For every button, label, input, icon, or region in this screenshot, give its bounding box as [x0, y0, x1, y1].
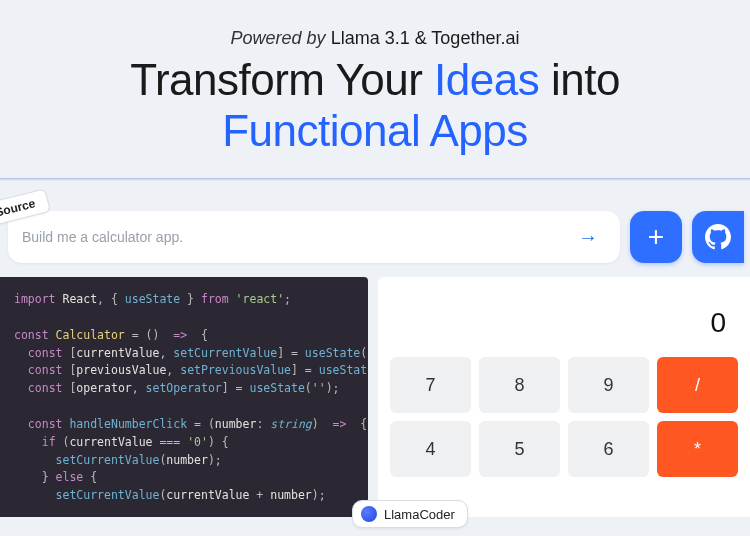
calc-key-*[interactable]: *: [657, 421, 738, 477]
prompt-input-wrap: →: [8, 211, 620, 263]
calc-key-9[interactable]: 9: [568, 357, 649, 413]
headline-accent-2: Functional Apps: [222, 106, 528, 155]
workspace: import React, { useState } from 'react';…: [0, 277, 750, 517]
calc-key-7[interactable]: 7: [390, 357, 471, 413]
llamacoder-label: LlamaCoder: [384, 507, 455, 522]
llamacoder-logo-icon: [361, 506, 377, 522]
github-button[interactable]: [692, 211, 744, 263]
submit-arrow-icon[interactable]: →: [570, 222, 606, 253]
calc-key-6[interactable]: 6: [568, 421, 649, 477]
powered-prefix: Powered by: [231, 28, 326, 48]
calculator-preview: 0 789/456*: [378, 277, 750, 517]
calc-key-/[interactable]: /: [657, 357, 738, 413]
calc-key-4[interactable]: 4: [390, 421, 471, 477]
prompt-input[interactable]: [22, 229, 570, 245]
headline-accent-1: Ideas: [434, 55, 539, 104]
llamacoder-badge[interactable]: LlamaCoder: [352, 500, 468, 528]
calc-key-8[interactable]: 8: [479, 357, 560, 413]
calculator-keypad: 789/456*: [390, 357, 738, 477]
powered-by-line: Powered by Llama 3.1 & Together.ai: [0, 28, 750, 49]
code-editor[interactable]: import React, { useState } from 'react';…: [0, 277, 368, 517]
headline-part-1c: into: [539, 55, 620, 104]
code-content: import React, { useState } from 'react';…: [14, 291, 354, 505]
plus-icon: +: [648, 223, 664, 251]
hero-divider: [0, 178, 750, 181]
headline-part-1a: Transform Your: [130, 55, 434, 104]
page-headline: Transform Your Ideas into Functional App…: [0, 55, 750, 156]
github-icon: [705, 224, 731, 250]
powered-rest: Llama 3.1 & Together.ai: [326, 28, 520, 48]
prompt-bar: → +: [8, 211, 742, 263]
add-button[interactable]: +: [630, 211, 682, 263]
calculator-display: 0: [390, 289, 738, 357]
calc-key-5[interactable]: 5: [479, 421, 560, 477]
